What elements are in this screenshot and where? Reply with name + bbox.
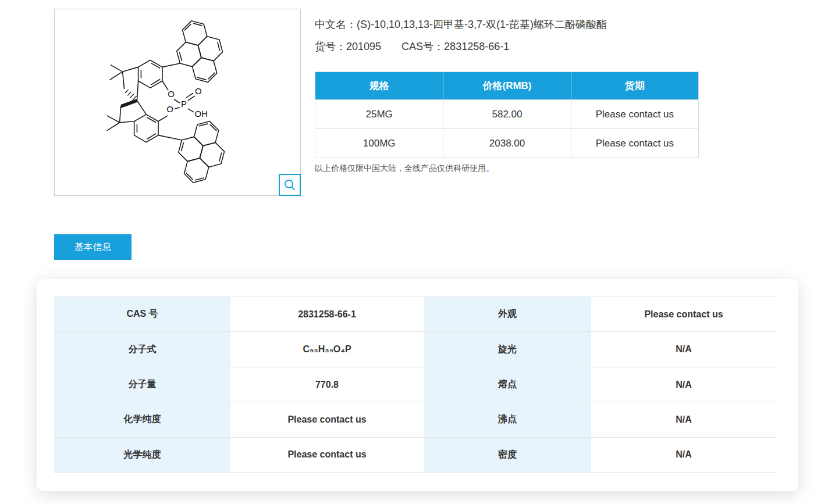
- detail-value: Please contact us: [592, 297, 775, 331]
- header-spec: 规格: [315, 72, 443, 99]
- cas-label: CAS号：: [401, 41, 444, 52]
- detail-value: 770.8: [232, 367, 424, 402]
- product-name: (S)-10,10,13,13-四甲基-3,7-双(1-芘基)螺环二酚磷酸酯: [357, 19, 607, 30]
- detail-value: Please contact us: [232, 438, 424, 472]
- spec-cell: 25MG: [315, 100, 443, 128]
- detail-label: 熔点: [424, 367, 592, 402]
- svg-text:O: O: [195, 87, 202, 96]
- detail-value: N/A: [592, 332, 775, 366]
- detail-label: CAS 号: [54, 297, 232, 331]
- detail-label: 光学纯度: [54, 438, 232, 472]
- detail-value: C₅₃H₃₉O₄P: [232, 332, 424, 366]
- detail-value: Please contact us: [232, 402, 424, 437]
- details-table: CAS 号 2831258-66-1 外观 Please contact us …: [54, 296, 776, 473]
- product-name-line: 中文名：(S)-10,10,13,13-四甲基-3,7-双(1-芘基)螺环二酚磷…: [315, 17, 607, 31]
- price-disclaimer: 以上价格仅限中国大陆，全线产品仅供科研使用。: [315, 163, 494, 174]
- price-row: 100MG 2038.00 Please contact us: [315, 128, 698, 158]
- catalog-number: 201095: [346, 41, 381, 52]
- table-row: 光学纯度 Please contact us 密度 N/A: [54, 438, 776, 473]
- name-label: 中文名：: [315, 19, 357, 30]
- cas-number: 2831258-66-1: [444, 41, 509, 52]
- detail-label: 密度: [424, 438, 592, 472]
- table-row: CAS 号 2831258-66-1 外观 Please contact us: [54, 297, 776, 332]
- chemical-structure-drawing: O P O OH O: [55, 9, 300, 195]
- table-row: 分子量 770.8 熔点 N/A: [54, 367, 776, 402]
- price-cell: 2038.00: [443, 129, 570, 158]
- price-row: 25MG 582.00 Please contact us: [315, 99, 698, 128]
- svg-text:O: O: [168, 90, 175, 99]
- detail-label: 分子式: [54, 332, 232, 366]
- detail-value: N/A: [592, 367, 775, 402]
- header-leadtime: 货期: [571, 72, 698, 99]
- tab-basic-info[interactable]: 基本信息: [54, 234, 132, 260]
- table-row: 分子式 C₅₃H₃₉O₄P 旋光 N/A: [54, 332, 776, 367]
- spec-cell: 100MG: [315, 129, 443, 158]
- price-table-header: 规格 价格(RMB) 货期: [315, 72, 698, 99]
- detail-label: 旋光: [424, 332, 592, 366]
- catalog-label: 货号：: [315, 41, 346, 52]
- magnifier-icon: [283, 178, 296, 191]
- product-code-line: 货号：201095 CAS号：2831258-66-1: [315, 40, 509, 53]
- leadtime-cell: Please contact us: [571, 129, 698, 158]
- table-row: 化学纯度 Please contact us 沸点 N/A: [54, 402, 776, 437]
- leadtime-cell: Please contact us: [571, 100, 698, 128]
- header-price: 价格(RMB): [443, 72, 570, 99]
- detail-label: 外观: [424, 297, 592, 331]
- detail-value: N/A: [592, 402, 775, 437]
- detail-label: 化学纯度: [54, 402, 232, 437]
- detail-value: 2831258-66-1: [232, 297, 424, 331]
- svg-text:OH: OH: [195, 109, 208, 119]
- price-table: 规格 价格(RMB) 货期 25MG 582.00 Please contact…: [315, 72, 699, 158]
- detail-label: 沸点: [424, 402, 592, 437]
- structure-image-panel: O P O OH O: [54, 9, 301, 196]
- detail-label: 分子量: [54, 367, 232, 402]
- zoom-structure-button[interactable]: [279, 174, 301, 196]
- price-cell: 582.00: [443, 100, 570, 128]
- details-card: CAS 号 2831258-66-1 外观 Please contact us …: [37, 279, 798, 491]
- svg-text:P: P: [181, 99, 187, 109]
- detail-value: N/A: [592, 438, 775, 472]
- svg-text:O: O: [166, 105, 173, 114]
